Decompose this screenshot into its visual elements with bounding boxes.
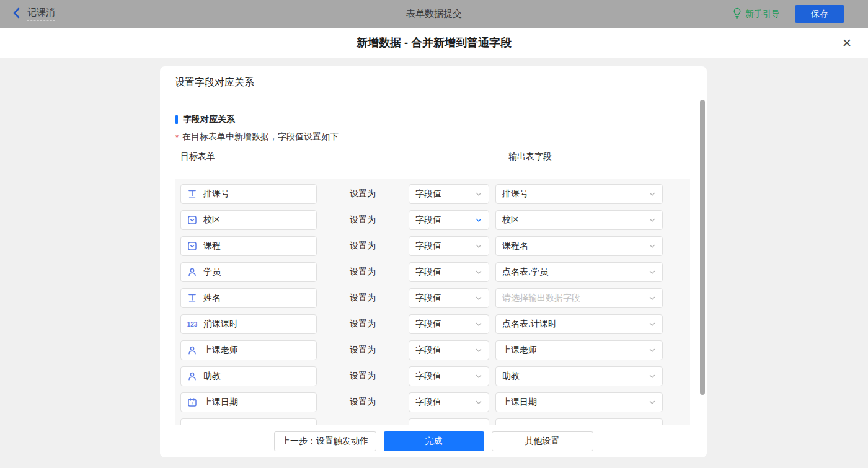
chevron-down-icon [649,268,656,276]
value-mode-select[interactable]: 字段值 [409,314,489,334]
target-field-box[interactable]: 校区 [180,210,317,230]
close-icon[interactable]: ✕ [842,37,852,49]
chevron-down-icon [649,347,656,354]
page-title: 表单数据提交 [406,8,462,20]
output-field-select[interactable] [495,418,663,425]
chevron-down-icon [649,399,656,406]
target-field-label: 上课日期 [203,397,238,408]
text-field-icon [187,294,197,302]
rows-container: 排课号设置为字段值排课号校区设置为字段值校区课程设置为字段值课程名学员设置为字段… [175,179,690,425]
other-settings-button[interactable]: 其他设置 [492,431,593,451]
chevron-down-icon [475,242,482,250]
select-field-icon [187,216,197,224]
output-field-select[interactable]: 排课号 [495,184,663,204]
target-field-box[interactable]: 排课号 [180,184,317,204]
value-mode-select[interactable]: 字段值 [409,184,489,204]
field-mapping-row [180,418,685,425]
field-mapping-row: 123消课课时设置为字段值点名表.计课时 [180,314,685,334]
person-field-icon [187,346,197,355]
back-chevron-icon [12,7,20,20]
target-field-box[interactable]: 姓名 [180,288,317,308]
output-field-select[interactable]: 上课日期 [495,392,663,412]
target-field-box[interactable]: 助教 [180,366,317,386]
card-body: 字段对应关系 * 在目标表单中新增数据，字段值设置如下 目标表单 输出表字段 排… [160,99,707,425]
required-asterisk: * [175,133,179,142]
field-mapping-row: 7上课日期设置为字段值上课日期 [180,392,685,412]
workflow-title[interactable]: 记课消 [27,7,55,21]
person-field-icon [187,372,197,381]
chevron-down-icon [649,373,656,380]
value-mode-value: 字段值 [415,371,441,382]
target-field-box[interactable]: 学员 [180,262,317,282]
value-mode-select[interactable]: 字段值 [409,236,489,256]
chevron-down-icon [475,294,482,302]
chevron-down-icon [649,242,656,250]
target-field-box[interactable]: 课程 [180,236,317,256]
section-accent-bar [175,115,178,124]
card-title: 设置字段对应关系 [160,66,707,99]
section-title: 字段对应关系 [183,114,235,125]
set-as-label: 设置为 [317,267,409,278]
svg-text:7: 7 [191,401,193,405]
value-mode-select[interactable]: 字段值 [409,366,489,386]
value-mode-select[interactable]: 字段值 [409,392,489,412]
output-field-value: 上课老师 [502,345,537,356]
card-footer: 上一步：设置触发动作 完成 其他设置 [160,425,707,457]
beginner-guide-label: 新手引导 [745,9,780,20]
field-mapping-row: 上课老师设置为字段值上课老师 [180,340,685,360]
set-as-label: 设置为 [317,319,409,330]
done-button[interactable]: 完成 [384,431,484,451]
output-field-select[interactable]: 点名表.学员 [495,262,663,282]
vertical-scrollbar-thumb[interactable] [700,100,705,395]
beginner-guide-link[interactable]: 新手引导 [733,7,780,20]
back-button[interactable] [12,7,20,20]
target-field-label: 课程 [203,241,221,252]
chevron-down-icon [649,190,656,198]
target-field-box[interactable]: 上课老师 [180,340,317,360]
chevron-down-icon [649,294,656,302]
set-as-label: 设置为 [317,293,409,304]
output-field-select[interactable]: 助教 [495,366,663,386]
set-as-label: 设置为 [317,371,409,382]
output-field-value: 排课号 [502,188,528,200]
column-header-target-form: 目标表单 [180,151,215,161]
target-field-box[interactable]: 123消课课时 [180,314,317,334]
field-mapping-row: 校区设置为字段值校区 [180,210,685,230]
value-mode-value: 字段值 [415,188,441,200]
set-as-label: 设置为 [317,241,409,252]
section-note: 在目标表单中新增数据，字段值设置如下 [182,131,339,143]
modal-header: 新增数据 - 合并新增到普通字段 ✕ [0,28,868,58]
save-button[interactable]: 保存 [795,5,844,23]
chevron-down-icon [649,320,656,328]
value-mode-select[interactable]: 字段值 [409,210,489,230]
set-as-label: 设置为 [317,214,409,226]
date-field-icon: 7 [187,398,197,407]
output-field-select[interactable]: 校区 [495,210,663,230]
lightbulb-icon [733,7,742,20]
output-field-select[interactable]: 课程名 [495,236,663,256]
output-field-value: 上课日期 [502,397,537,408]
page-top-bar: 记课消 表单数据提交 新手引导 保存 [0,0,868,28]
output-field-select[interactable]: 上课老师 [495,340,663,360]
value-mode-select[interactable]: 字段值 [409,340,489,360]
output-field-value: 请选择输出数据字段 [502,293,580,304]
output-field-select[interactable]: 点名表.计课时 [495,314,663,334]
person-field-icon [187,268,197,276]
value-mode-select[interactable]: 字段值 [409,262,489,282]
value-mode-value: 字段值 [415,214,441,226]
field-mapping-row: 学员设置为字段值点名表.学员 [180,262,685,282]
field-mapping-row: 助教设置为字段值助教 [180,366,685,386]
field-mapping-row: 排课号设置为字段值排课号 [180,184,685,204]
target-field-box[interactable]: 7上课日期 [180,392,317,412]
output-field-select[interactable]: 请选择输出数据字段 [495,288,663,308]
previous-step-button[interactable]: 上一步：设置触发动作 [274,431,376,451]
value-mode-select[interactable] [409,418,489,425]
output-field-value: 课程名 [502,241,528,252]
value-mode-select[interactable]: 字段值 [409,288,489,308]
output-field-value: 校区 [502,214,520,226]
field-mapping-card: 设置字段对应关系 字段对应关系 * 在目标表单中新增数据，字段值设置如下 目标表… [160,66,707,457]
column-divider [175,170,691,170]
target-field-box[interactable] [180,418,317,425]
text-field-icon [187,190,197,198]
chevron-down-icon [475,268,482,276]
